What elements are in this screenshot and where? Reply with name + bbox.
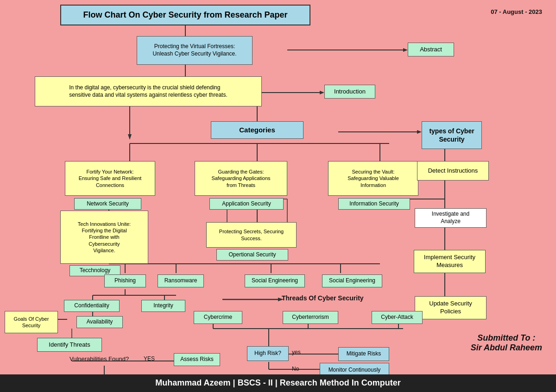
bottom-bar: Muhammad Azeem | BSCS - II | Research Me… [0,374,556,392]
svg-marker-7 [128,134,132,140]
main-title: Flow Chart On Cyber Security from Resear… [60,5,310,25]
yes2-label: yes [292,349,301,355]
social-eng2-box: Social Engineering [322,274,382,287]
phishing-box: Phishing [104,274,146,287]
threads-title: Threads Of Cyber Security [282,294,364,302]
investigate-box: Investigate and Analyze [415,208,486,228]
abstract-box: Abstract [408,43,454,56]
network-security-label: Network Security [74,198,141,210]
introduction-box: Introduction [324,85,375,99]
availability-box: Availability [76,316,123,328]
info-security-label: Information Security [338,198,410,210]
cyberterrorism-box: Cyberterrorism [283,311,338,324]
no-label: No [292,366,299,372]
svg-marker-2 [403,48,408,52]
app-security-label: Application Security [209,198,284,210]
detect-box: Detect Instructions [417,161,489,180]
date-label: 07 - August - 2023 [491,8,542,15]
protecting-box: Protecting the Virtual Fortresses: Unlea… [137,36,253,65]
assess-risks-box: Assess Risks [174,353,220,366]
high-risk-box: High Risk? [247,346,289,361]
confidentiality-box: Confidentiality [64,300,120,312]
info-desc-box: Securing the Vault: Safeguarding Valuabl… [328,161,418,196]
ops-security-label: Opertional Security [216,249,288,261]
cybercrime-box: Cybercrime [194,311,242,324]
tech-desc-box: Tech Innovations Unite: Fortifying the D… [60,211,148,264]
ops-desc-box: Protecting Secrets, Securing Success. [206,222,297,248]
network-desc-box: Fortify Your Network: Ensuring Safe and … [65,161,155,196]
app-desc-box: Guarding the Gates: Safeguarding Applica… [195,161,287,196]
submitted-label: Submitted To : Sir Abdul Raheem [471,333,542,353]
types-cyber-box: types of Cyber Security [422,121,482,149]
cyber-attack-box: Cyber-Attack [372,311,423,324]
mitigate-box: Mitigate Risks [338,347,389,361]
social-eng1-box: Social Engineering [245,274,305,287]
svg-marker-5 [320,91,324,94]
svg-marker-10 [417,130,422,134]
integrity-box: Integrity [141,300,185,312]
goals-box: Goals Of Cyber Security [5,311,58,333]
intro-text-box: In the digital age, cybersecurity is the… [35,76,262,106]
update-box: Update Security Policies [415,296,486,319]
identify-threats-box: Identify Threats [37,338,102,352]
yes-label: YES [144,355,155,362]
implement-box: Implement Security Measures [414,250,486,273]
vuln-found-label: Vulnerabilities Found? [70,355,129,362]
ransomware-box: Ransomware [158,274,204,287]
categories-box: Categories [211,121,303,139]
